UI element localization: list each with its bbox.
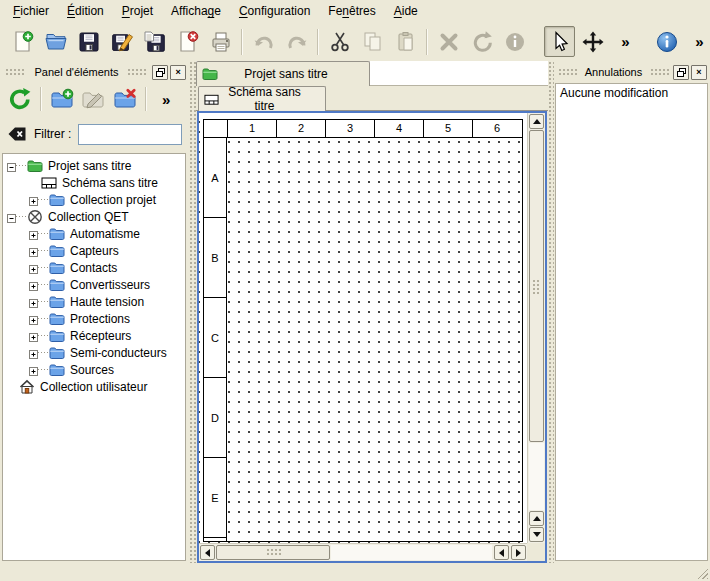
vertical-scroll-thumb[interactable] bbox=[529, 130, 544, 442]
open-project-button[interactable] bbox=[40, 26, 71, 57]
vertical-scrollbar[interactable] bbox=[527, 113, 545, 543]
row-header-e: E bbox=[204, 458, 226, 538]
tree-item-protections[interactable]: Protections bbox=[3, 310, 185, 327]
save-all-button[interactable] bbox=[139, 26, 170, 57]
horizontal-scroll-thumb[interactable] bbox=[216, 545, 330, 560]
redo-button[interactable] bbox=[281, 26, 312, 57]
scroll-right-button[interactable] bbox=[511, 545, 526, 560]
delete-button[interactable] bbox=[433, 26, 464, 57]
collapse-icon[interactable] bbox=[7, 212, 16, 221]
move-tool-button[interactable] bbox=[577, 26, 608, 57]
undo-list-item[interactable]: Aucune modification bbox=[560, 86, 703, 101]
tree-item-recepteurs[interactable]: Récepteurs bbox=[3, 327, 185, 344]
resize-grip[interactable] bbox=[695, 566, 708, 579]
dock-close-button[interactable]: × bbox=[170, 65, 186, 80]
dock-close-button[interactable]: × bbox=[691, 65, 707, 80]
schema-editor-view: 123456 ABCDE bbox=[197, 111, 547, 563]
new-category-button[interactable] bbox=[47, 84, 77, 114]
dock-float-button[interactable] bbox=[152, 65, 168, 80]
close-document-button[interactable] bbox=[172, 26, 203, 57]
menu-edition[interactable]: Édition bbox=[58, 1, 113, 21]
tree-item-convertisseurs[interactable]: Convertisseurs bbox=[3, 276, 185, 293]
tree-item-sources[interactable]: Sources bbox=[3, 361, 185, 378]
splitter-left[interactable] bbox=[189, 61, 196, 563]
info-gray-button[interactable] bbox=[499, 26, 530, 57]
tab-schema-sans-titre[interactable]: Schéma sans titre bbox=[198, 86, 326, 111]
menu-affichage[interactable]: Affichage bbox=[162, 1, 230, 21]
tree-connector bbox=[38, 369, 49, 370]
collapse-icon[interactable] bbox=[7, 161, 16, 170]
tree-item-automatisme[interactable]: Automatisme bbox=[3, 225, 185, 242]
tree-item-capteurs[interactable]: Capteurs bbox=[3, 242, 185, 259]
qet-icon bbox=[27, 209, 43, 225]
reload-button[interactable] bbox=[5, 84, 35, 114]
blue-folder-icon bbox=[49, 362, 65, 378]
expand-icon[interactable] bbox=[29, 263, 38, 272]
tree-item-collection-projet[interactable]: Collection projet bbox=[3, 191, 185, 208]
overflow-chevron-button[interactable]: » bbox=[151, 84, 181, 114]
expand-icon[interactable] bbox=[29, 314, 38, 323]
copy-button[interactable] bbox=[357, 26, 388, 57]
menu-aide[interactable]: Aide bbox=[385, 1, 427, 21]
menu-projet[interactable]: Projet bbox=[113, 1, 162, 21]
expand-icon[interactable] bbox=[29, 246, 38, 255]
tree-item-contacts[interactable]: Contacts bbox=[3, 259, 185, 276]
clear-filter-icon[interactable] bbox=[7, 126, 27, 142]
open-project-icon bbox=[44, 30, 68, 54]
undo-history-list[interactable]: Aucune modification bbox=[555, 83, 708, 561]
vertical-scroll-track[interactable] bbox=[529, 443, 544, 510]
overflow-chevron-button[interactable]: » bbox=[610, 26, 641, 57]
select-arrow-button[interactable] bbox=[544, 26, 575, 57]
column-header-row: 123456 bbox=[204, 120, 522, 138]
expand-icon[interactable] bbox=[29, 229, 38, 238]
horizontal-scroll-track[interactable] bbox=[331, 545, 492, 560]
select-arrow-icon bbox=[548, 30, 572, 54]
delete-category-icon bbox=[113, 87, 137, 111]
undo-button[interactable] bbox=[248, 26, 279, 57]
tree-item-collection-utilisateur[interactable]: Collection utilisateur bbox=[3, 378, 185, 395]
tab-project-sans-titre[interactable]: Projet sans titre bbox=[196, 61, 370, 86]
undo-panel-title: Annulations bbox=[579, 66, 649, 78]
diagram-canvas[interactable]: 123456 ABCDE bbox=[199, 113, 527, 543]
paste-button[interactable] bbox=[390, 26, 421, 57]
tree-item-haute-tension[interactable]: Haute tension bbox=[3, 293, 185, 310]
scroll-down-button[interactable] bbox=[529, 527, 544, 542]
overflow-chevron-button[interactable]: » bbox=[684, 26, 710, 57]
delete-category-button[interactable] bbox=[110, 84, 140, 114]
tree-item-label: Semi-conducteurs bbox=[70, 346, 167, 360]
scroll-up-button[interactable] bbox=[529, 114, 544, 129]
scroll-left-button-right[interactable] bbox=[494, 545, 509, 560]
column-header-2: 2 bbox=[276, 120, 325, 137]
cut-button[interactable] bbox=[324, 26, 355, 57]
expand-icon[interactable] bbox=[29, 280, 38, 289]
expand-icon[interactable] bbox=[29, 348, 38, 357]
undo-panel-titlebar[interactable]: Annulations × bbox=[553, 61, 710, 81]
reload-icon bbox=[8, 87, 32, 111]
blue-folder-icon bbox=[49, 243, 65, 259]
scroll-up-button-bottom[interactable] bbox=[529, 511, 544, 526]
edit-category-button[interactable] bbox=[79, 84, 109, 114]
expand-icon[interactable] bbox=[29, 365, 38, 374]
tree-item-collection-qet[interactable]: Collection QET bbox=[3, 208, 185, 225]
expand-icon[interactable] bbox=[29, 195, 38, 204]
save-button[interactable] bbox=[73, 26, 104, 57]
elements-panel-titlebar[interactable]: Panel d'éléments × bbox=[0, 61, 189, 81]
info-blue-button[interactable] bbox=[651, 26, 682, 57]
tree-item-label: Capteurs bbox=[70, 244, 119, 258]
new-document-button[interactable] bbox=[7, 26, 38, 57]
tree-item-schema-sans-titre[interactable]: Schéma sans titre bbox=[3, 174, 185, 191]
tree-item-projet-sans-titre[interactable]: Projet sans titre bbox=[3, 157, 185, 174]
rotate-button[interactable] bbox=[466, 26, 497, 57]
save-as-button[interactable] bbox=[106, 26, 137, 57]
print-button[interactable] bbox=[205, 26, 236, 57]
expand-icon[interactable] bbox=[29, 297, 38, 306]
filter-input[interactable] bbox=[78, 124, 182, 145]
expand-icon[interactable] bbox=[29, 331, 38, 340]
dock-float-button[interactable] bbox=[673, 65, 689, 80]
scroll-left-button[interactable] bbox=[200, 545, 215, 560]
menu-configuration[interactable]: Configuration bbox=[230, 1, 319, 21]
menu-fenetres[interactable]: Fenêtres bbox=[319, 1, 384, 21]
menu-fichier[interactable]: Fichier bbox=[4, 1, 58, 21]
horizontal-scrollbar[interactable] bbox=[199, 543, 527, 561]
tree-item-semi-conducteurs[interactable]: Semi-conducteurs bbox=[3, 344, 185, 361]
